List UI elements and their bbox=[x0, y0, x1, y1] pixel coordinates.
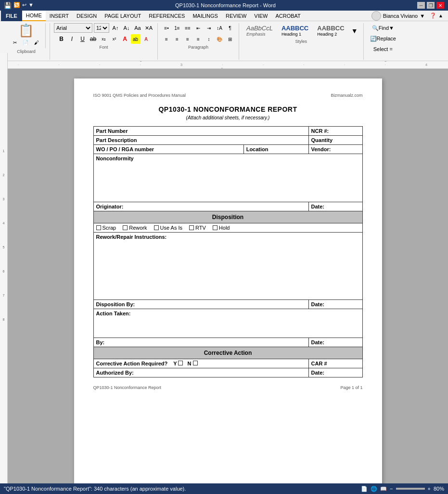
increase-indent-button[interactable]: ⇥ bbox=[204, 23, 214, 33]
italic-button[interactable]: I bbox=[67, 34, 77, 44]
page-footer: QP1030-1 Nonconformance Report Page 1 of… bbox=[93, 385, 363, 390]
no-checkbox[interactable] bbox=[193, 361, 198, 365]
hold-checkbox[interactable] bbox=[213, 225, 218, 230]
select-button[interactable]: Select = bbox=[371, 44, 395, 54]
help-icon[interactable]: ❓ bbox=[430, 13, 436, 19]
h1-label: Heading 1 bbox=[282, 32, 308, 37]
highlight-button[interactable]: ab bbox=[131, 34, 141, 44]
decrease-indent-button[interactable]: ⇤ bbox=[193, 23, 203, 33]
yes-checkbox[interactable] bbox=[178, 361, 183, 365]
minimize-button[interactable]: ─ bbox=[417, 2, 425, 9]
shading-button[interactable]: 🎨 bbox=[215, 34, 224, 44]
view-print-icon[interactable]: 📄 bbox=[361, 486, 368, 492]
grow-font-button[interactable]: A↑ bbox=[111, 23, 120, 33]
clear-format-button[interactable]: ✕A bbox=[144, 23, 154, 33]
copy-button[interactable]: 📄 bbox=[20, 38, 31, 47]
bullets-button[interactable]: ≡• bbox=[162, 23, 171, 33]
use-as-is-checkbox[interactable] bbox=[154, 225, 159, 230]
view-read-icon[interactable]: 📖 bbox=[380, 486, 387, 492]
replace-button[interactable]: 🔄 Replace bbox=[368, 34, 398, 43]
numbering-button[interactable]: 1≡ bbox=[172, 23, 182, 33]
menu-references[interactable]: REFERENCES bbox=[145, 11, 189, 21]
menu-view[interactable]: VIEW bbox=[250, 11, 271, 21]
corrective-action-required-label: Corrective Action Required? bbox=[96, 361, 168, 366]
superscript-button[interactable]: x² bbox=[110, 34, 119, 44]
table-row: Action Taken: bbox=[93, 309, 362, 338]
style-heading1[interactable]: AABBCC Heading 1 bbox=[278, 23, 312, 38]
menu-insert[interactable]: INSERT bbox=[46, 11, 73, 21]
ribbon-collapse-button[interactable]: ▲ bbox=[438, 13, 443, 18]
styles-more-button[interactable]: ▼ bbox=[350, 26, 359, 36]
style-heading2[interactable]: AABBCC Heading 2 bbox=[314, 23, 347, 38]
find-button[interactable]: 🔍 Find▼ bbox=[370, 23, 397, 33]
zoom-out-button[interactable]: − bbox=[390, 486, 393, 492]
borders-button[interactable]: ⊞ bbox=[225, 34, 235, 44]
restore-button[interactable]: ❐ bbox=[427, 2, 435, 9]
corrective-action-header-cell: Corrective Action bbox=[93, 347, 362, 359]
strikethrough-button[interactable]: ab bbox=[89, 34, 98, 44]
action-taken-cell: Action Taken: bbox=[93, 309, 362, 338]
font-color-button[interactable]: A bbox=[141, 34, 151, 44]
window-controls[interactable]: ─ ❐ ✕ bbox=[417, 2, 444, 9]
table-row: Part Number NCR #: bbox=[93, 127, 362, 136]
zoom-slider[interactable] bbox=[396, 488, 425, 490]
scrap-label: Scrap bbox=[102, 225, 116, 231]
align-center-button[interactable]: ≡ bbox=[172, 34, 182, 44]
menu-mailings[interactable]: MAILINGS bbox=[189, 11, 222, 21]
table-row: Part Description Quantity bbox=[93, 136, 362, 145]
text-color-button[interactable]: A bbox=[120, 34, 130, 44]
subscript-button[interactable]: x₂ bbox=[99, 34, 109, 44]
align-right-button[interactable]: ≡ bbox=[183, 34, 192, 44]
change-case-button[interactable]: Aa bbox=[133, 23, 142, 33]
show-marks-button[interactable]: ¶ bbox=[225, 23, 235, 33]
status-left: "QP1030-1 Nonconformance Report": 340 ch… bbox=[4, 486, 186, 492]
disposition-by-cell: Disposition By: bbox=[93, 300, 308, 309]
style-emphasis[interactable]: AaBbCcL Emphasis bbox=[243, 23, 276, 38]
menu-review[interactable]: REVIEW bbox=[222, 11, 250, 21]
h2-preview: AABBCC bbox=[317, 25, 344, 32]
menu-design[interactable]: DESIGN bbox=[73, 11, 101, 21]
page-header: ISO 9001 QMS Policies and Procedures Man… bbox=[93, 93, 363, 98]
scrap-checkbox[interactable] bbox=[96, 225, 101, 230]
location-cell: Location bbox=[243, 145, 308, 154]
table-row: Disposition bbox=[93, 211, 362, 223]
rework-checkbox-item: Rework bbox=[123, 225, 147, 231]
menu-file[interactable]: FILE bbox=[1, 11, 22, 21]
paste-button[interactable]: 📋 bbox=[18, 24, 34, 37]
menu-home[interactable]: HOME bbox=[22, 11, 46, 21]
rtv-checkbox[interactable] bbox=[189, 225, 194, 230]
menu-acrobat[interactable]: ACROBAT bbox=[271, 11, 304, 21]
font-family-select[interactable]: Arial bbox=[54, 23, 92, 33]
cut-button[interactable]: ✂ bbox=[11, 38, 19, 47]
ruler-mark-1: 1 bbox=[0, 149, 7, 173]
underline-button[interactable]: U bbox=[78, 34, 88, 44]
shrink-font-button[interactable]: A↓ bbox=[122, 23, 131, 33]
line-spacing-button[interactable]: ↕ bbox=[204, 34, 214, 44]
menu-page-layout[interactable]: PAGE LAYOUT bbox=[101, 11, 145, 21]
rework-checkbox[interactable] bbox=[123, 225, 128, 230]
table-row: WO / PO / RGA number Location Vendor: bbox=[93, 145, 362, 154]
rework-label: Rework bbox=[129, 225, 147, 231]
multilevel-button[interactable]: ≡≡ bbox=[183, 23, 192, 33]
rework-instructions-cell: Rework/Repair Instructions: bbox=[93, 233, 362, 300]
disposition-header-cell: Disposition bbox=[93, 211, 362, 223]
font-size-select[interactable]: 12 bbox=[94, 23, 109, 33]
use-as-is-label: Use As Is bbox=[160, 225, 182, 231]
justify-button[interactable]: ≡ bbox=[193, 34, 203, 44]
close-button[interactable]: ✕ bbox=[436, 2, 444, 9]
by-cell: By: bbox=[93, 338, 308, 347]
bold-button[interactable]: B bbox=[57, 34, 66, 44]
sort-button[interactable]: ↕A bbox=[215, 23, 224, 33]
zoom-in-button[interactable]: + bbox=[428, 486, 431, 492]
align-left-button[interactable]: ≡ bbox=[162, 34, 171, 44]
title-bar: 💾 🔁 ↩ ▼ QP1030-1 Nonconformance Report -… bbox=[0, 0, 448, 11]
chevron-down-icon[interactable]: ▼ bbox=[420, 13, 425, 19]
format-painter-button[interactable]: 🖌 bbox=[32, 38, 41, 47]
emphasis-label: Emphasis bbox=[246, 32, 273, 37]
table-row: Nonconformity bbox=[93, 154, 362, 202]
styles-section: AaBbCcL Emphasis AABBCC Heading 1 AABBCC… bbox=[239, 23, 364, 60]
ruler-mark-4: 4 bbox=[0, 221, 7, 246]
disposition-date-cell: Date: bbox=[308, 300, 362, 309]
view-web-icon[interactable]: 🌐 bbox=[371, 486, 377, 492]
table-row: Corrective Action bbox=[93, 347, 362, 359]
